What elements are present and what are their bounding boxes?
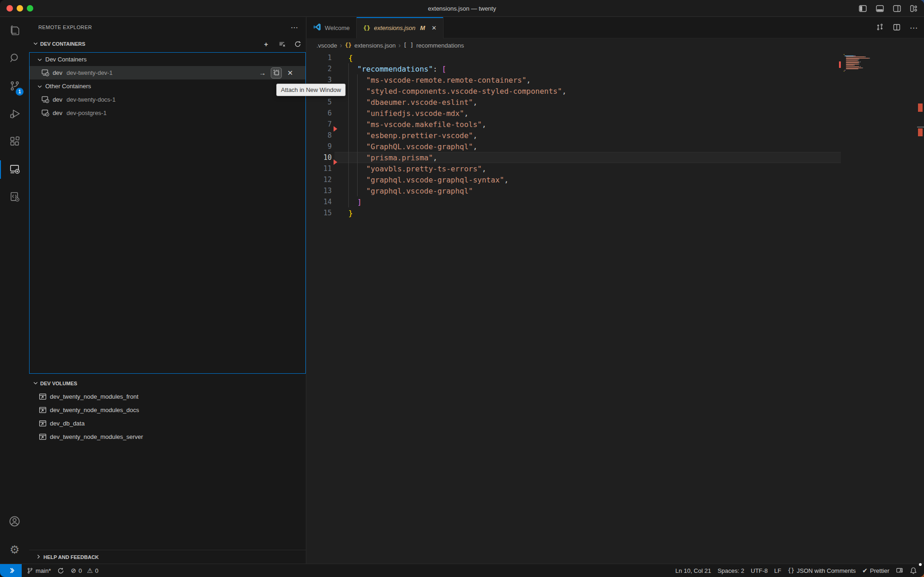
customize-layout-icon[interactable] bbox=[910, 5, 918, 12]
panel-title: REMOTE EXPLORER bbox=[38, 24, 92, 30]
line-number[interactable]: 10 bbox=[307, 153, 332, 162]
container-row-dev-twenty-docs-1[interactable]: dev dev-twenty-docs-1 bbox=[30, 93, 305, 106]
code-line[interactable]: 1{ bbox=[307, 52, 924, 63]
line-number[interactable]: 11 bbox=[307, 164, 332, 173]
code-line[interactable]: 3 "ms-vscode-remote.remote-containers", bbox=[307, 74, 924, 85]
volume-row[interactable]: dev_twenty_node_modules_front bbox=[29, 390, 306, 403]
volume-icon bbox=[39, 419, 47, 427]
code-editor[interactable]: 1{2 "recommendations": [3 "ms-vscode-rem… bbox=[307, 52, 924, 564]
code-line[interactable]: 13 "graphql.vscode-graphql" bbox=[307, 185, 924, 196]
more-actions-icon[interactable]: ⋯ bbox=[291, 23, 298, 32]
toggle-primary-sidebar-icon[interactable] bbox=[859, 5, 867, 12]
section-label: HELP AND FEEDBACK bbox=[43, 554, 99, 560]
code-line[interactable]: 10 "prisma.prisma", bbox=[307, 152, 924, 163]
line-number[interactable]: 12 bbox=[307, 176, 332, 184]
sidebar-item-search[interactable] bbox=[0, 45, 29, 73]
line-number[interactable]: 2 bbox=[307, 65, 332, 73]
clear-list-icon[interactable] bbox=[277, 39, 286, 49]
accounts-button[interactable] bbox=[0, 508, 29, 536]
formatter-item[interactable]: ✔ Prettier bbox=[859, 564, 893, 577]
tab-extensions-json[interactable]: {} extensions.json M ✕ bbox=[357, 17, 444, 38]
window-title: extensions.json — twenty bbox=[0, 0, 924, 17]
section-header-dev-volumes[interactable]: DEV VOLUMES bbox=[29, 377, 306, 390]
line-number[interactable]: 6 bbox=[307, 109, 332, 117]
line-number[interactable]: 9 bbox=[307, 142, 332, 151]
attach-in-new-window-icon[interactable] bbox=[271, 68, 281, 78]
minimap[interactable] bbox=[844, 52, 885, 108]
breadcrumb-item-symbol[interactable]: recommendations bbox=[416, 42, 464, 49]
braces-icon: {} bbox=[788, 567, 794, 574]
code-line[interactable]: 8 "esbenp.prettier-vscode", bbox=[307, 130, 924, 141]
line-number[interactable]: 1 bbox=[307, 54, 332, 62]
tab-welcome[interactable]: Welcome bbox=[307, 17, 357, 38]
breadcrumb-item-file[interactable]: extensions.json bbox=[354, 42, 396, 49]
check-icon: ✔ bbox=[862, 567, 868, 574]
sidebar-item-extensions[interactable] bbox=[0, 128, 29, 156]
eol-item[interactable]: LF bbox=[771, 564, 784, 577]
code-line[interactable]: 9 "GraphQL.vscode-graphql", bbox=[307, 141, 924, 152]
feedback-item[interactable] bbox=[893, 564, 906, 577]
encoding-item[interactable]: UTF-8 bbox=[748, 564, 771, 577]
cursor-position-item[interactable]: Ln 10, Col 21 bbox=[672, 564, 714, 577]
add-container-icon[interactable]: + bbox=[261, 39, 271, 49]
open-changes-icon[interactable] bbox=[876, 23, 884, 32]
manage-button[interactable]: ⚙ bbox=[0, 536, 29, 564]
line-number[interactable]: 5 bbox=[307, 98, 332, 106]
code-line[interactable]: 15} bbox=[307, 207, 924, 219]
volume-row[interactable]: dev_db_data bbox=[29, 417, 306, 430]
language-mode-item[interactable]: {} JSON with Comments bbox=[784, 564, 859, 577]
overview-ruler[interactable] bbox=[917, 52, 924, 564]
status-bar: main* ⊘ 0 ⚠ 0 Ln 10, Col 21 Spaces: 2 UT… bbox=[0, 564, 924, 577]
notifications-item[interactable] bbox=[906, 564, 920, 577]
volume-row[interactable]: dev_twenty_node_modules_docs bbox=[29, 403, 306, 417]
stop-container-icon[interactable]: ✕ bbox=[285, 68, 295, 78]
code-line[interactable]: 6 "unifiedjs.vscode-mdx", bbox=[307, 108, 924, 119]
branch-status-item[interactable]: main* bbox=[24, 564, 54, 577]
problems-status-item[interactable]: ⊘ 0 ⚠ 0 bbox=[67, 564, 102, 577]
line-number[interactable]: 14 bbox=[307, 198, 332, 206]
line-number[interactable]: 15 bbox=[307, 209, 332, 217]
chevron-down-icon bbox=[33, 41, 38, 47]
sync-status-item[interactable] bbox=[54, 564, 67, 577]
breadcrumb-item-vscode[interactable]: .vscode bbox=[316, 42, 337, 49]
close-tab-icon[interactable]: ✕ bbox=[432, 24, 437, 31]
sidebar-item-source-control[interactable]: 1 bbox=[0, 73, 29, 100]
refresh-icon[interactable] bbox=[293, 39, 302, 49]
code-line[interactable]: 4 "styled-components.vscode-styled-compo… bbox=[307, 85, 924, 97]
line-number[interactable]: 13 bbox=[307, 187, 332, 195]
code-line[interactable]: 14 ] bbox=[307, 196, 924, 207]
indentation-item[interactable]: Spaces: 2 bbox=[714, 564, 748, 577]
code-line[interactable]: 5 "dbaeumer.vscode-eslint", bbox=[307, 97, 924, 108]
code-line[interactable]: 2 "recommendations": [ bbox=[307, 63, 924, 74]
split-editor-icon[interactable] bbox=[893, 24, 900, 32]
section-header-dev-containers[interactable]: DEV CONTAINERS + bbox=[29, 37, 306, 50]
container-row-dev-postgres-1[interactable]: dev dev-postgres-1 bbox=[30, 106, 305, 120]
code-line[interactable]: 12 "graphql.vscode-graphql-syntax", bbox=[307, 174, 924, 185]
code-line[interactable]: 7 "ms-vscode.makefile-tools", bbox=[307, 119, 924, 130]
volume-row[interactable]: dev_twenty_node_modules_server bbox=[29, 430, 306, 443]
sidebar-item-run-and-debug[interactable] bbox=[0, 100, 29, 128]
ruler-current-line-mark bbox=[917, 127, 924, 128]
toggle-secondary-sidebar-icon[interactable] bbox=[893, 5, 901, 12]
container-row-dev-twenty-dev-1[interactable]: dev dev-twenty-dev-1 → ✕ bbox=[30, 66, 305, 79]
section-label: DEV VOLUMES bbox=[40, 381, 77, 386]
sidebar-item-container-tools[interactable] bbox=[0, 183, 29, 211]
chevron-down-icon bbox=[36, 56, 43, 63]
volume-icon bbox=[39, 406, 47, 414]
sidebar-item-remote-explorer[interactable] bbox=[0, 156, 29, 183]
code-line[interactable]: 11 "yoavbls.pretty-ts-errors", bbox=[307, 163, 924, 174]
sidebar-item-explorer[interactable] bbox=[0, 17, 29, 45]
line-number[interactable]: 7 bbox=[307, 120, 332, 128]
remote-explorer-panel: REMOTE EXPLORER ⋯ DEV CONTAINERS + bbox=[29, 17, 306, 564]
chevron-down-icon bbox=[36, 83, 43, 90]
attach-in-current-window-icon[interactable]: → bbox=[257, 68, 267, 78]
tree-group-dev-containers[interactable]: Dev Containers bbox=[30, 53, 305, 66]
toggle-panel-icon[interactable] bbox=[876, 5, 884, 12]
more-actions-icon[interactable]: ⋯ bbox=[910, 23, 918, 33]
tree-group-other-containers[interactable]: Other Containers bbox=[30, 79, 305, 93]
remote-indicator[interactable] bbox=[0, 564, 22, 577]
line-number[interactable]: 8 bbox=[307, 131, 332, 140]
line-number[interactable]: 3 bbox=[307, 76, 332, 84]
section-header-help-and-feedback[interactable]: HELP AND FEEDBACK bbox=[29, 550, 306, 564]
dev-volumes-list: dev_twenty_node_modules_front dev_twenty… bbox=[29, 390, 306, 443]
